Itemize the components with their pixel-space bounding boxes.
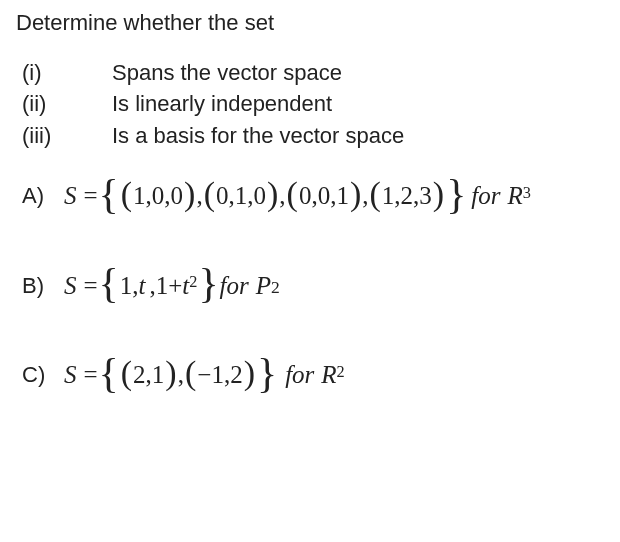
- math-expression: S = { (1,0,0) , (0,1,0) , (0,0,1) , (1,2…: [64, 179, 531, 213]
- tuple: 0,0,1: [299, 179, 349, 213]
- element: 1: [156, 269, 169, 303]
- comma: ,: [362, 179, 368, 213]
- space-P: P: [256, 269, 271, 303]
- var-S: S: [64, 269, 77, 303]
- var-S: S: [64, 358, 77, 392]
- var-S: S: [64, 179, 77, 213]
- element: 1: [120, 269, 133, 303]
- exponent: 3: [523, 183, 531, 205]
- comma: ,: [279, 179, 285, 213]
- math-expression: S = { 1 , t , 1 + t2 } for P2: [64, 269, 280, 303]
- criteria-text: Is linearly independent: [112, 89, 332, 119]
- comma: ,: [178, 358, 184, 392]
- problem-b: B) S = { 1 , t , 1 + t2 } for P2: [22, 269, 608, 303]
- comma: ,: [196, 179, 202, 213]
- for-text: for: [471, 179, 500, 213]
- page-title: Determine whether the set: [16, 8, 608, 38]
- list-item: (ii) Is linearly independent: [22, 89, 608, 119]
- equals-sign: =: [84, 358, 98, 392]
- criteria-text: Spans the vector space: [112, 58, 342, 88]
- list-item: (i) Spans the vector space: [22, 58, 608, 88]
- var-t: t: [182, 269, 189, 303]
- plus-sign: +: [168, 269, 182, 303]
- tuple: 1,2: [211, 358, 242, 392]
- tuple: 2,1: [133, 358, 164, 392]
- equals-sign: =: [84, 179, 98, 213]
- list-item: (iii) Is a basis for the vector space: [22, 121, 608, 151]
- roman-numeral: (i): [22, 58, 112, 88]
- space-R: R: [508, 179, 523, 213]
- tuple: 1,0,0: [133, 179, 183, 213]
- roman-numeral: (ii): [22, 89, 112, 119]
- tuple: 0,1,0: [216, 179, 266, 213]
- minus-sign: −: [197, 358, 211, 392]
- problem-a: A) S = { (1,0,0) , (0,1,0) , (0,0,1) , (…: [22, 179, 608, 213]
- criteria-list: (i) Spans the vector space (ii) Is linea…: [22, 58, 608, 151]
- for-text: for: [285, 358, 314, 392]
- element: t: [139, 269, 146, 303]
- exponent: 2: [189, 272, 197, 294]
- equals-sign: =: [84, 269, 98, 303]
- roman-numeral: (iii): [22, 121, 112, 151]
- for-text: for: [220, 269, 249, 303]
- problem-c: C) S = { (2,1) , (−1,2) } for R2: [22, 358, 608, 392]
- exponent: 2: [337, 362, 345, 384]
- problem-label: A): [22, 181, 64, 211]
- problem-label: C): [22, 360, 64, 390]
- math-expression: S = { (2,1) , (−1,2) } for R2: [64, 358, 345, 392]
- criteria-text: Is a basis for the vector space: [112, 121, 404, 151]
- space-R: R: [321, 358, 336, 392]
- tuple: 1,2,3: [382, 179, 432, 213]
- problem-label: B): [22, 271, 64, 301]
- subscript: 2: [271, 276, 280, 300]
